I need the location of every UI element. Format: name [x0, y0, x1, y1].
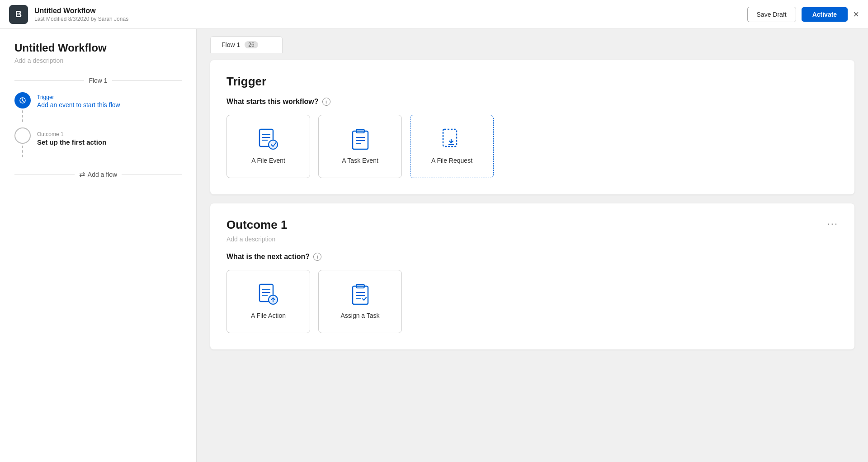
activate-button[interactable]: Activate [802, 7, 848, 22]
header-subtitle: Last Modified 8/3/2020 by Sarah Jonas [34, 16, 128, 22]
outcome-card-header: Outcome 1 ··· [226, 218, 838, 232]
task-event-icon [349, 129, 372, 151]
outcome-question-text: What is the next action? [226, 253, 310, 261]
outcome-question: What is the next action? i [226, 253, 838, 261]
add-flow-icon: ⇄ [79, 170, 85, 179]
file-event-option[interactable]: A File Event [226, 115, 310, 178]
file-event-label: A File Event [251, 157, 285, 164]
trigger-options: A File Event [226, 115, 838, 178]
flow-divider-line-right [112, 80, 182, 81]
header-title-block: Untitled Workflow Last Modified 8/3/2020… [34, 7, 128, 22]
outcome-dashes [22, 146, 23, 157]
trigger-question: What starts this workflow? i [226, 98, 838, 106]
flow-divider-line-left [14, 80, 84, 81]
add-flow-label: Add a flow [88, 171, 117, 178]
outcome-content: Outcome 1 Set up the first action [37, 127, 106, 146]
trigger-label: Trigger [37, 94, 120, 100]
flow-divider: Flow 1 [14, 77, 182, 84]
trigger-content: Trigger Add an event to start this flow [37, 92, 120, 108]
outcome-card-desc[interactable]: Add a description [226, 236, 838, 243]
sidebar-add-description[interactable]: Add a description [14, 57, 182, 64]
trigger-action-text[interactable]: Add an event to start this flow [37, 101, 120, 108]
trigger-circle [14, 92, 31, 108]
main-body: Untitled Workflow Add a description Flow… [0, 29, 868, 462]
save-draft-button[interactable]: Save Draft [747, 7, 796, 22]
outcome-circle [14, 127, 31, 144]
file-event-icon [257, 129, 280, 151]
cards-area: Trigger What starts this workflow? i [197, 60, 868, 363]
tab-bar: Flow 1 26 [197, 29, 868, 53]
flow-items: Trigger Add an event to start this flow … [14, 92, 182, 159]
svg-point-7 [269, 140, 278, 149]
sidebar-workflow-title: Untitled Workflow [14, 42, 182, 54]
file-action-icon [257, 284, 280, 306]
assign-task-option[interactable]: Assign a Task [318, 270, 402, 333]
svg-rect-13 [443, 129, 457, 146]
trigger-item: Trigger Add an event to start this flow [14, 92, 182, 124]
file-request-icon [441, 129, 463, 151]
outcome-label: Outcome 1 [37, 131, 106, 137]
assign-task-icon [349, 284, 372, 306]
add-flow-button[interactable]: ⇄ Add a flow [79, 170, 117, 179]
trigger-card-title: Trigger [226, 75, 838, 89]
add-flow-line-right [122, 174, 182, 174]
outcome-action-text[interactable]: Set up the first action [37, 138, 106, 146]
file-request-option[interactable]: A File Request [410, 115, 494, 178]
svg-line-2 [23, 100, 24, 102]
outcome-item: Outcome 1 Set up the first action [14, 127, 182, 159]
outcome-indicator-col [14, 127, 31, 159]
outcome-card: Outcome 1 ··· Add a description What is … [210, 203, 854, 349]
add-flow-row: ⇄ Add a flow [14, 170, 182, 179]
trigger-dashes [22, 110, 23, 122]
task-event-label: A Task Event [342, 157, 378, 164]
file-request-label: A File Request [431, 157, 472, 164]
file-action-label: A File Action [251, 312, 286, 319]
assign-task-label: Assign a Task [340, 312, 379, 319]
outcome-info-icon[interactable]: i [313, 253, 321, 261]
tab-badge: 26 [245, 41, 258, 48]
file-action-option[interactable]: A File Action [226, 270, 310, 333]
task-event-option[interactable]: A Task Event [318, 115, 402, 178]
sidebar: Untitled Workflow Add a description Flow… [0, 29, 197, 462]
flow-tab[interactable]: Flow 1 26 [210, 36, 283, 53]
outcome-options: A File Action [226, 270, 838, 333]
app-icon: B [9, 5, 28, 24]
trigger-indicator-col [14, 92, 31, 124]
main-content: Flow 1 26 Trigger What starts this workf… [197, 29, 868, 462]
outcome-dots-menu[interactable]: ··· [827, 218, 838, 230]
trigger-question-text: What starts this workflow? [226, 98, 319, 106]
header-left: B Untitled Workflow Last Modified 8/3/20… [9, 5, 128, 24]
tab-flow-name: Flow 1 [222, 41, 240, 48]
trigger-info-icon[interactable]: i [322, 98, 330, 106]
top-header: B Untitled Workflow Last Modified 8/3/20… [0, 0, 868, 29]
flow-divider-label: Flow 1 [89, 77, 107, 84]
header-right: Save Draft Activate × [747, 7, 859, 22]
outcome-card-title: Outcome 1 [226, 218, 287, 232]
trigger-card: Trigger What starts this workflow? i [210, 60, 854, 194]
header-title: Untitled Workflow [34, 7, 128, 15]
close-button[interactable]: × [853, 9, 859, 19]
add-flow-line-left [14, 174, 75, 174]
